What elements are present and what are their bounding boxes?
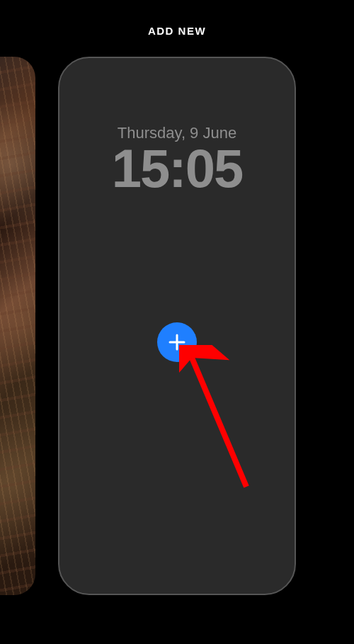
plus-icon (167, 332, 187, 352)
previous-lockscreen-card[interactable] (0, 57, 35, 595)
add-button[interactable] (157, 322, 197, 362)
lockscreen-time: 15:05 (112, 137, 242, 199)
new-lockscreen-card[interactable]: Thursday, 9 June 15:05 (58, 57, 296, 595)
header-title: ADD NEW (148, 25, 206, 37)
